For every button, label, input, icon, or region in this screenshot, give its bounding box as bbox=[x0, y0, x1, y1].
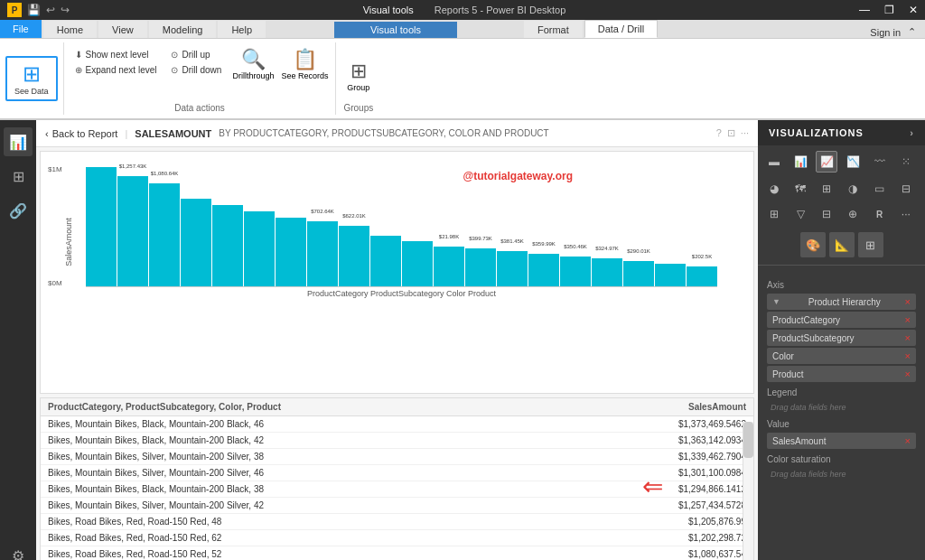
tab-file[interactable]: File bbox=[0, 20, 42, 38]
bar-label-17: $290.01K bbox=[627, 248, 650, 254]
viz-area-icon[interactable]: 〰 bbox=[869, 151, 891, 173]
maximize-button[interactable]: ❐ bbox=[884, 4, 894, 16]
chart-bar-9[interactable] bbox=[370, 236, 401, 286]
chart-bar-7[interactable]: $702.64K bbox=[307, 221, 338, 286]
chart-bar-18[interactable] bbox=[655, 264, 686, 286]
chart-x-axis-title: ProductCategory ProductSubcategory Color… bbox=[86, 287, 717, 298]
chart-bar-4[interactable] bbox=[212, 205, 243, 286]
help-icon[interactable]: ? bbox=[716, 127, 722, 139]
chart-bar-1[interactable]: $1,257.43K bbox=[117, 176, 148, 286]
axis-field-salesamount[interactable]: SalesAmount × bbox=[767, 433, 916, 449]
viz-table-icon[interactable]: ⊟ bbox=[895, 178, 917, 200]
chart-bar-11[interactable]: $21.98K bbox=[434, 247, 464, 286]
table-row[interactable]: Bikes, Road Bikes, Red, Road-150 Red, 62… bbox=[41, 530, 753, 546]
tab-help[interactable]: Help bbox=[218, 21, 266, 38]
undo-icon[interactable]: ↩ bbox=[46, 4, 55, 16]
table-row[interactable]: Bikes, Road Bikes, Red, Road-150 Red, 52… bbox=[41, 546, 753, 560]
chart-bar-8[interactable]: $622.01K bbox=[339, 226, 369, 286]
expand-next-level-label: Expand next level bbox=[86, 65, 157, 75]
viz-column-icon[interactable]: 📈 bbox=[816, 151, 837, 173]
table-row[interactable]: Bikes, Mountain Bikes, Black, Mountain-2… bbox=[41, 416, 753, 433]
group-button[interactable]: ⊞ Group bbox=[347, 60, 369, 92]
chart-bar-5[interactable] bbox=[244, 211, 275, 286]
chart-bar-15[interactable]: $350.46K bbox=[560, 257, 591, 286]
expand-next-level-button[interactable]: ⊕ Expand next level bbox=[71, 63, 161, 77]
chart-bar-16[interactable]: $324.97K bbox=[592, 258, 622, 286]
chart-bar-6[interactable] bbox=[276, 218, 306, 286]
format-button[interactable]: 🎨 bbox=[800, 232, 826, 257]
remove-product-subcategory-icon[interactable]: × bbox=[905, 332, 911, 343]
viz-waterfall-icon[interactable]: ⊟ bbox=[816, 203, 837, 225]
viz-scatter-icon[interactable]: ⁙ bbox=[895, 151, 917, 173]
axis-field-product-hierarchy[interactable]: ▼ Product Hierarchy × bbox=[767, 294, 916, 310]
report-title: SALESAMOUNT bbox=[135, 128, 211, 139]
chart-bar-13[interactable]: $381.45K bbox=[497, 251, 528, 286]
scrollbar-thumb[interactable] bbox=[743, 422, 753, 458]
fields-button[interactable]: ⊞ bbox=[858, 232, 883, 257]
close-button[interactable]: ✕ bbox=[909, 4, 918, 16]
viz-r-icon[interactable]: R bbox=[869, 203, 891, 225]
viz-gauge-icon[interactable]: ◑ bbox=[842, 178, 864, 200]
back-to-report-button[interactable]: ‹ Back to Report bbox=[45, 128, 117, 139]
show-next-level-button[interactable]: ⬇ Show next level bbox=[71, 48, 161, 61]
remove-color-icon[interactable]: × bbox=[905, 350, 911, 361]
sign-in-link[interactable]: Sign in bbox=[870, 27, 901, 38]
drill-down-button[interactable]: ⊙ Drill down bbox=[167, 63, 225, 77]
table-scrollbar[interactable] bbox=[743, 422, 753, 560]
drillthrough-button[interactable]: 🔍 Drillthrough bbox=[232, 48, 274, 80]
viz-pie-icon[interactable]: ◕ bbox=[763, 178, 785, 200]
viz-treemap-icon[interactable]: ⊞ bbox=[816, 178, 837, 200]
tab-home[interactable]: Home bbox=[43, 21, 97, 38]
account-icon[interactable]: ⌃ bbox=[908, 26, 916, 38]
row-col1-0: Bikes, Mountain Bikes, Black, Mountain-2… bbox=[48, 419, 513, 429]
sidebar-report-icon[interactable]: 📊 bbox=[4, 127, 33, 156]
viz-card-icon[interactable]: ▭ bbox=[869, 178, 891, 200]
viz-matrix-icon[interactable]: ⊞ bbox=[763, 203, 785, 225]
sidebar-settings-icon[interactable]: ⚙ bbox=[4, 541, 33, 560]
axis-field-product[interactable]: Product × bbox=[767, 366, 916, 382]
tab-modeling[interactable]: Modeling bbox=[149, 21, 217, 38]
table-row[interactable]: Bikes, Mountain Bikes, Black, Mountain-2… bbox=[41, 433, 753, 449]
minimize-button[interactable]: — bbox=[859, 4, 870, 16]
table-row[interactable]: Bikes, Road Bikes, Red, Road-150 Red, 48… bbox=[41, 514, 753, 530]
chart-bar-19[interactable]: $202.5K bbox=[687, 266, 717, 286]
tab-data-drill[interactable]: Data / Drill bbox=[584, 20, 658, 38]
more-options-icon[interactable]: ··· bbox=[741, 127, 749, 139]
remove-salesamount-icon[interactable]: × bbox=[905, 435, 911, 446]
chart-bar-3[interactable] bbox=[181, 199, 211, 286]
viz-bar-icon[interactable]: 📊 bbox=[790, 151, 811, 173]
tab-format[interactable]: Format bbox=[524, 21, 583, 38]
viz-more-icon[interactable]: ··· bbox=[895, 203, 917, 225]
tab-view[interactable]: View bbox=[98, 21, 147, 38]
chart-bar-12[interactable]: $399.73K bbox=[465, 248, 496, 286]
chart-bar-14[interactable]: $359.99K bbox=[528, 254, 559, 286]
data-table-header: ProductCategory, ProductSubcategory, Col… bbox=[41, 398, 753, 416]
sidebar-data-icon[interactable]: ⊞ bbox=[4, 162, 33, 191]
table-row[interactable]: Bikes, Mountain Bikes, Silver, Mountain-… bbox=[41, 449, 753, 465]
panel-expand-icon[interactable]: › bbox=[910, 127, 914, 138]
remove-product-hierarchy-icon[interactable]: × bbox=[905, 296, 911, 307]
viz-map-icon[interactable]: 🗺 bbox=[790, 178, 811, 200]
chart-bar-2[interactable]: $1,080.64K bbox=[149, 183, 180, 286]
remove-product-icon[interactable]: × bbox=[905, 369, 911, 379]
chart-bar-17[interactable]: $290.01K bbox=[623, 261, 654, 286]
axis-field-product-subcategory[interactable]: ProductSubcategory × bbox=[767, 330, 916, 346]
viz-funnel-icon[interactable]: ▽ bbox=[790, 203, 811, 225]
chart-bar-0[interactable]: $1,373.47K bbox=[86, 167, 117, 286]
redo-icon[interactable]: ↪ bbox=[61, 4, 70, 16]
viz-line-icon[interactable]: 📉 bbox=[842, 151, 864, 173]
filter-icon[interactable]: ⊡ bbox=[727, 127, 735, 139]
title-bar: P 💾 ↩ ↪ Visual tools Reports 5 - Power B… bbox=[0, 0, 925, 20]
analytics-button[interactable]: 📐 bbox=[829, 232, 855, 257]
drill-up-button[interactable]: ⊙ Drill up bbox=[167, 48, 225, 61]
remove-product-category-icon[interactable]: × bbox=[905, 314, 911, 325]
viz-ribbon-icon[interactable]: ⊕ bbox=[842, 203, 864, 225]
axis-field-color[interactable]: Color × bbox=[767, 348, 916, 364]
quick-save-icon[interactable]: 💾 bbox=[27, 4, 41, 16]
viz-stacked-bar-icon[interactable]: ▬ bbox=[763, 151, 785, 173]
axis-field-product-category[interactable]: ProductCategory × bbox=[767, 312, 916, 328]
chart-bar-10[interactable] bbox=[402, 241, 433, 286]
sidebar-model-icon[interactable]: 🔗 bbox=[4, 196, 33, 225]
see-records-button[interactable]: 📋 See Records bbox=[281, 48, 328, 80]
see-data-button[interactable]: ⊞ See Data bbox=[5, 56, 58, 102]
